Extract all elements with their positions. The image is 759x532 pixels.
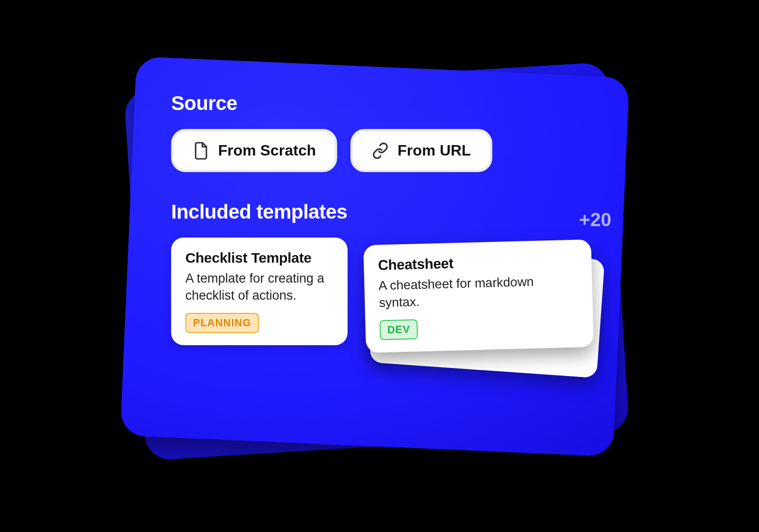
- document-icon: [193, 142, 210, 159]
- template-card-description: A template for creating a checklist of a…: [185, 270, 333, 304]
- templates-more-count: +20: [579, 209, 611, 230]
- template-card-title: Cheatsheet: [378, 252, 578, 273]
- template-card-cheatsheet-stack: Cheatsheet A cheatsheet for markdown syn…: [365, 238, 592, 345]
- link-icon: [372, 142, 389, 159]
- template-card-cheatsheet[interactable]: Cheatsheet A cheatsheet for markdown syn…: [363, 239, 594, 353]
- source-buttons-row: From Scratch From URL: [171, 129, 592, 172]
- templates-wrap: +20 Checklist Template A template for cr…: [171, 238, 592, 345]
- from-scratch-label: From Scratch: [218, 142, 316, 159]
- templates-section-title: Included templates: [171, 201, 592, 223]
- panel-stack: Source From Scratch: [128, 67, 631, 465]
- template-tag-planning: PLANNING: [185, 313, 259, 333]
- from-url-button[interactable]: From URL: [351, 129, 492, 172]
- template-cards-row: Checklist Template A template for creati…: [171, 238, 592, 345]
- template-card-title: Checklist Template: [185, 250, 333, 266]
- source-section-title: Source: [171, 92, 592, 115]
- template-tag-dev: DEV: [380, 319, 418, 340]
- from-url-label: From URL: [398, 142, 471, 159]
- panel-front: Source From Scratch: [120, 56, 629, 457]
- template-card-checklist[interactable]: Checklist Template A template for creati…: [171, 238, 348, 345]
- template-card-description: A cheatsheet for markdown syntax.: [379, 272, 579, 312]
- from-scratch-button[interactable]: From Scratch: [171, 129, 337, 172]
